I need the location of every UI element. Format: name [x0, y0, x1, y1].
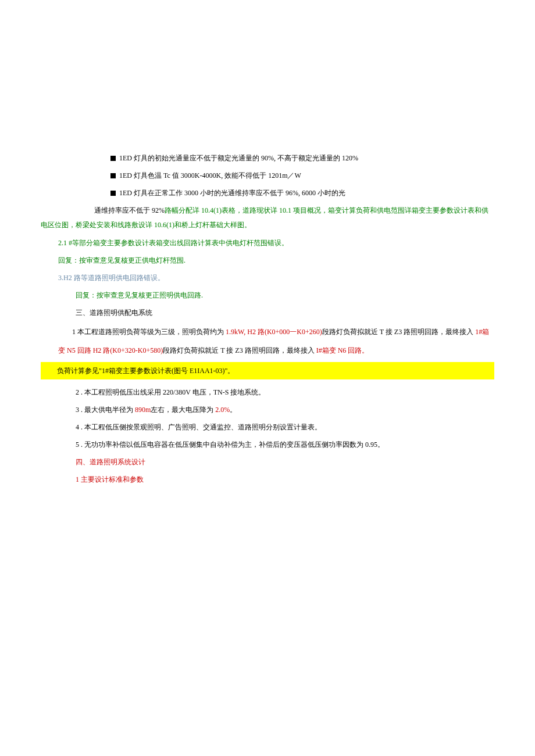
- p1-b: 1.9kW, H2 路(K0+000一K0+260): [226, 328, 322, 336]
- bullet-item: 1ED 灯具色温 Tc 值 3000K-4000K, 效能不得低于 1201m／…: [41, 169, 494, 182]
- square-icon: [110, 191, 116, 196]
- p1-f: I#箱变 N6 回路: [316, 346, 362, 354]
- square-icon: [110, 173, 116, 178]
- p1-a: 1 本工程道路照明负荷等级为三级，照明负荷约为: [72, 328, 226, 336]
- sub-1: 1 主要设计标准和参数: [41, 472, 494, 486]
- square-icon: [110, 156, 116, 161]
- bullet-item: 1ED 灯具的初始光通量应不低于额定光通量的 90%, 不高于额定光通量的 12…: [41, 151, 494, 165]
- highlight-note: 负荷计算参见"1#箱变主要参数设计表(图号 E1IAA1-03)"。: [41, 362, 494, 379]
- maintain-prefix: 通维持率应不低于 92%: [41, 206, 165, 214]
- bullet-item: 1ED 灯具在正常工作 3000 小时的光通维持率应不低于 96%, 6000 …: [41, 186, 494, 200]
- i3-c: 左右，最大电压降为: [151, 406, 215, 414]
- p1-g: 。: [362, 346, 369, 354]
- item-3: 3 . 最大供电半径为 890m左右，最大电压降为 2.0%。: [41, 403, 494, 417]
- heading-three: 三、道路照明供配电系统: [41, 306, 494, 320]
- section-2-1: 2.1 #等部分箱变主要参数设计表箱变出线回路计算表中供电灯杆范围错误。: [41, 236, 494, 250]
- heading-four: 四、道路照明系统设计: [41, 455, 494, 469]
- item-4: 4 . 本工程低压侧按景观照明、广告照明、交通监控、道路照明分别设置计量表。: [41, 420, 494, 434]
- item-2: 2 . 本工程照明低压出线采用 220/380V 电压，TN-S 接地系统。: [41, 385, 494, 399]
- bullet-text: 1ED 灯具在正常工作 3000 小时的光通维持率应不低于 96%, 6000 …: [119, 189, 345, 197]
- maintain-paragraph: 通维持率应不低于 92%路幅分配详 10.4(1)表格，道路现状详 10.1 项…: [41, 203, 494, 232]
- p1-c: 段路灯负荷拟就近 T 接 Z3 路照明回路，最终接入: [322, 328, 475, 336]
- reply-1: 回复：按审查意见复核更正供电灯杆范围.: [41, 253, 494, 267]
- reply-2: 回复：按审查意见复核更正照明供电回路.: [41, 288, 494, 302]
- i3-b: 890m: [135, 406, 151, 414]
- bullet-text: 1ED 灯具的初始光通量应不低于额定光通量的 90%, 不高于额定光通量的 12…: [119, 154, 358, 162]
- bullet-text: 1ED 灯具色温 Tc 值 3000K-4000K, 效能不得低于 1201m／…: [119, 171, 301, 180]
- item-5: 5 . 无功功率补偿以低压电容器在低压侧集中自动补偿为主，补偿后的变压器低压侧功…: [41, 438, 494, 452]
- highlight-text: 负荷计算参见"1#箱变主要参数设计表(图号 E1IAA1-03)"。: [57, 367, 234, 375]
- i3-e: 。: [230, 406, 237, 414]
- section-3: 3.H2 路等道路照明供电回路错误。: [41, 271, 494, 285]
- i3-a: 3 . 最大供电半径为: [76, 406, 135, 414]
- paragraph-1: 1 本工程道路照明负荷等级为三级，照明负荷约为 1.9kW, H2 路(K0+0…: [41, 323, 494, 359]
- i3-d: 2.0%: [215, 406, 230, 414]
- p1-e: 段路灯负荷拟就近 T 接 Z3 路照明回路，最终接入: [163, 346, 316, 354]
